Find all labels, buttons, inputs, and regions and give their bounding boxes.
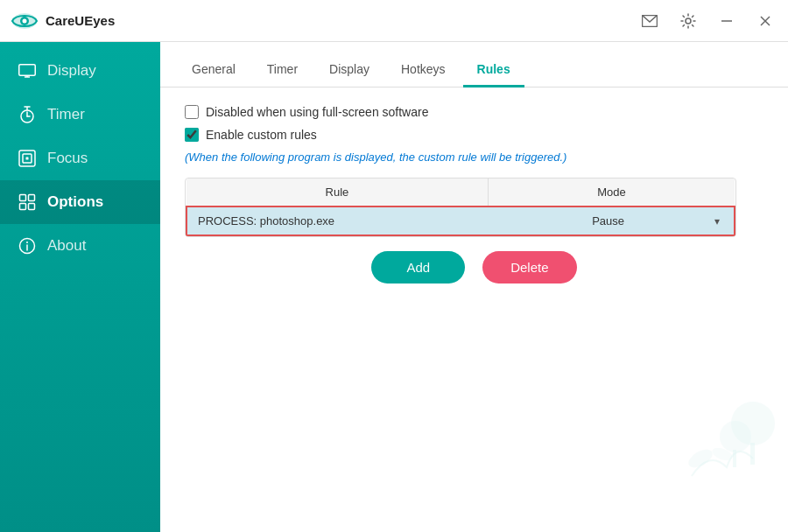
- main-layout: Display Timer: [0, 42, 788, 532]
- svg-rect-21: [20, 204, 26, 210]
- email-button[interactable]: [637, 9, 662, 33]
- mode-cell: Pause▾: [488, 206, 735, 235]
- sidebar-item-focus[interactable]: Focus: [0, 136, 160, 180]
- app-title: CareUEyes: [46, 13, 115, 28]
- sidebar-label-about: About: [47, 237, 86, 255]
- tab-timer[interactable]: Timer: [253, 55, 312, 88]
- info-text: (When the following program is displayed…: [185, 150, 763, 164]
- table-row[interactable]: PROCESS: photoshop.exePause▾: [186, 206, 735, 235]
- rules-table-container: Rule Mode PROCESS: photoshop.exePause▾: [185, 178, 736, 237]
- sidebar-item-timer[interactable]: Timer: [0, 93, 160, 136]
- svg-rect-18: [26, 158, 29, 160]
- action-buttons: Add Delete: [185, 237, 763, 294]
- svg-point-2: [23, 18, 27, 23]
- settings-button[interactable]: [676, 9, 700, 33]
- column-header-rule: Rule: [186, 178, 488, 206]
- svg-point-4: [686, 18, 691, 24]
- custom-rules-checkbox[interactable]: [185, 128, 199, 142]
- svg-point-30: [686, 446, 715, 472]
- sidebar-item-display[interactable]: Display: [0, 49, 160, 93]
- close-icon: [760, 16, 770, 26]
- svg-point-26: [731, 402, 775, 445]
- mode-text: Pause: [502, 214, 714, 228]
- rules-table: Rule Mode PROCESS: photoshop.exePause▾: [186, 178, 735, 236]
- svg-rect-8: [19, 65, 36, 76]
- svg-rect-19: [20, 195, 26, 201]
- rule-cell: PROCESS: photoshop.exe: [186, 206, 488, 235]
- minimize-icon: [721, 20, 732, 22]
- svg-point-27: [720, 421, 751, 452]
- email-icon: [642, 15, 658, 27]
- focus-icon: [18, 149, 37, 168]
- svg-point-31: [711, 445, 735, 462]
- checkbox-row-custom: Enable custom rules: [185, 128, 763, 142]
- svg-rect-20: [29, 195, 35, 201]
- minimize-button[interactable]: [714, 9, 739, 33]
- close-button[interactable]: [753, 9, 777, 33]
- app-logo: CareUEyes: [11, 7, 115, 35]
- tab-rules[interactable]: Rules: [463, 55, 524, 88]
- svg-rect-29: [733, 450, 736, 467]
- sidebar-item-about[interactable]: About: [0, 224, 160, 268]
- tab-display[interactable]: Display: [315, 55, 383, 88]
- sidebar-label-options: Options: [47, 193, 103, 211]
- dropdown-arrow-icon[interactable]: ▾: [714, 215, 720, 228]
- svg-rect-28: [750, 443, 755, 465]
- options-icon: [18, 192, 37, 212]
- sidebar-label-focus: Focus: [47, 150, 88, 167]
- custom-rules-label: Enable custom rules: [206, 128, 317, 142]
- window-controls: [637, 9, 777, 33]
- checkbox-row-fullscreen: Disabled when using full-screen software: [185, 105, 763, 119]
- content-area: General Timer Display Hotkeys Rules Disa…: [160, 42, 788, 532]
- sidebar: Display Timer: [0, 42, 160, 532]
- tabs: General Timer Display Hotkeys Rules: [160, 42, 788, 88]
- timer-icon: [18, 105, 37, 124]
- sidebar-label-display: Display: [47, 62, 96, 80]
- title-bar: CareUEyes: [0, 0, 788, 42]
- fullscreen-checkbox[interactable]: [185, 105, 199, 119]
- sidebar-item-options[interactable]: Options: [0, 180, 160, 224]
- app-logo-icon: [11, 7, 39, 35]
- about-icon: [18, 236, 37, 256]
- gear-icon: [680, 13, 696, 29]
- tab-general[interactable]: General: [178, 55, 250, 88]
- decoration: [674, 371, 779, 497]
- tab-hotkeys[interactable]: Hotkeys: [387, 55, 460, 88]
- rules-tab-content: Disabled when using full-screen software…: [160, 88, 788, 532]
- display-icon: [18, 61, 37, 80]
- add-button[interactable]: Add: [371, 251, 465, 284]
- svg-rect-22: [29, 204, 35, 210]
- delete-button[interactable]: Delete: [482, 251, 576, 284]
- column-header-mode: Mode: [488, 178, 735, 206]
- fullscreen-label: Disabled when using full-screen software: [206, 105, 428, 119]
- sidebar-label-timer: Timer: [47, 106, 85, 123]
- svg-point-25: [26, 242, 28, 243]
